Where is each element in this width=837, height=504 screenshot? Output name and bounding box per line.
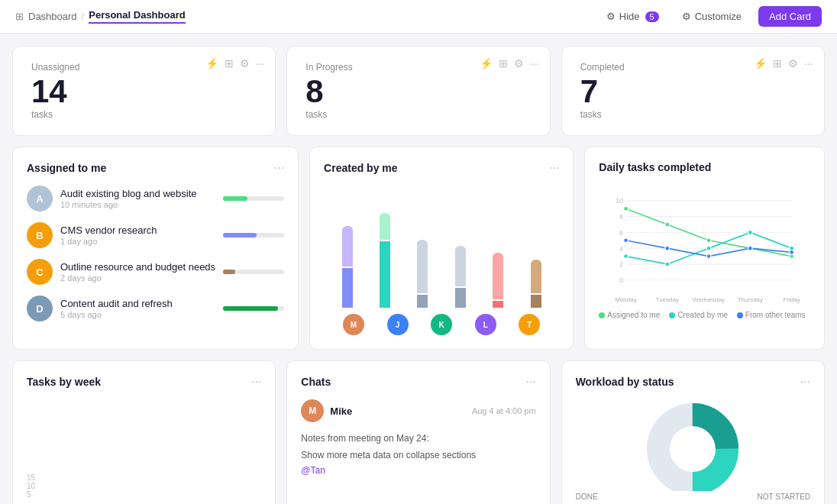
settings-icon[interactable]: ⚙ bbox=[788, 57, 798, 69]
breadcrumb-active: Personal Dashboard bbox=[89, 9, 185, 24]
svg-text:Wednesday: Wednesday bbox=[693, 296, 725, 303]
created-avatar: J bbox=[387, 314, 409, 335]
dashboard-body: ⚡ ⊞ ⚙ ··· Unassigned 14 tasks ⚡ ⊞ ⚙ ··· … bbox=[0, 34, 837, 504]
filter-icon[interactable]: ⚡ bbox=[754, 57, 767, 69]
hide-count-badge: 5 bbox=[645, 11, 659, 22]
assigned-to-me-widget: Assigned to me ··· A Audit existing blog… bbox=[12, 147, 299, 350]
stat-card-controls-2: ⚡ ⊞ ⚙ ··· bbox=[754, 57, 813, 69]
daily-tasks-chart: 0246810MondayTuesdayWednesdayThursdayFri… bbox=[599, 184, 810, 306]
task-info: Content audit and refresh 5 days ago bbox=[60, 298, 215, 319]
created-bar-bottom bbox=[531, 295, 541, 309]
tasks-by-week-title: Tasks by week bbox=[27, 376, 101, 388]
assigned-menu[interactable]: ··· bbox=[274, 161, 284, 175]
stat-label-0: Unassigned bbox=[31, 62, 79, 73]
settings-icon[interactable]: ⚙ bbox=[514, 57, 524, 69]
legend-item: Created by me bbox=[669, 311, 728, 319]
y-axis-label: 15 bbox=[27, 473, 35, 482]
stat-label-1: In Progress bbox=[305, 62, 352, 73]
svg-point-31 bbox=[790, 250, 794, 254]
more-icon[interactable]: ··· bbox=[530, 57, 539, 69]
expand-icon[interactable]: ⊞ bbox=[499, 57, 508, 69]
created-bar-top bbox=[493, 253, 503, 299]
more-icon[interactable]: ··· bbox=[804, 57, 813, 69]
daily-tasks-widget: Daily tasks completed 0246810MondayTuesd… bbox=[584, 147, 825, 350]
task-time: 5 days ago bbox=[60, 310, 215, 319]
chat-meta: Mike Aug 4 at 4:00 pm bbox=[330, 405, 535, 417]
svg-text:10: 10 bbox=[616, 197, 623, 205]
stat-number-1: 8 bbox=[305, 76, 323, 108]
workload-header: Workload by status ··· bbox=[576, 375, 810, 389]
task-progress-fill bbox=[223, 233, 257, 237]
task-info: Audit existing blog and website 10 minut… bbox=[60, 188, 215, 209]
created-bar-group bbox=[331, 201, 363, 308]
created-bar-bottom bbox=[380, 241, 390, 309]
chats-menu[interactable]: ··· bbox=[525, 375, 535, 389]
filter-icon: ⚙ bbox=[606, 11, 616, 22]
workload-pie-chart bbox=[624, 399, 761, 491]
expand-icon[interactable]: ⊞ bbox=[225, 57, 234, 69]
stat-completed: ⚡ ⊞ ⚙ ··· Completed 7 tasks bbox=[561, 46, 825, 136]
created-by-me-widget: Created by me ··· MJKLT bbox=[309, 147, 574, 350]
svg-text:4: 4 bbox=[619, 245, 623, 253]
workload-pie-container: DONE NOT STARTED bbox=[576, 399, 810, 501]
created-bar-group bbox=[483, 201, 514, 308]
created-bar-chart bbox=[324, 186, 559, 308]
created-bar-top bbox=[342, 226, 353, 267]
tasks-by-week-menu[interactable]: ··· bbox=[251, 375, 261, 389]
filter-icon[interactable]: ⚡ bbox=[480, 57, 493, 69]
svg-point-25 bbox=[748, 231, 753, 235]
stat-number-0: 14 bbox=[31, 76, 67, 108]
chat-text2: Show more meta data on collapse sections bbox=[301, 448, 535, 462]
chats-widget: Chats ··· M Mike Aug 4 at 4:00 pm Notes … bbox=[286, 360, 550, 504]
week-bars-container bbox=[43, 399, 61, 499]
customize-button[interactable]: ⚙ Customize bbox=[676, 8, 748, 25]
task-name: Outline resource and budget needs bbox=[60, 261, 215, 273]
breadcrumb-dashboard[interactable]: Dashboard bbox=[28, 11, 77, 22]
chart-legend: Assigned to meCreated by meFrom other te… bbox=[599, 311, 810, 319]
legend-dot bbox=[737, 312, 743, 318]
add-card-button[interactable]: Add Card bbox=[758, 6, 822, 27]
created-bar-bottom bbox=[342, 268, 353, 309]
legend-label: Created by me bbox=[677, 311, 728, 319]
hide-button[interactable]: ⚙ Hide 5 bbox=[600, 8, 665, 25]
task-progress-fill bbox=[223, 306, 278, 311]
tasks-by-week-header: Tasks by week ··· bbox=[27, 375, 261, 389]
settings-icon[interactable]: ⚙ bbox=[240, 57, 250, 69]
created-menu[interactable]: ··· bbox=[549, 161, 559, 175]
svg-point-27 bbox=[624, 238, 629, 243]
workload-menu[interactable]: ··· bbox=[800, 375, 810, 389]
chat-message: M Mike Aug 4 at 4:00 pm Notes from meeti… bbox=[301, 399, 535, 476]
y-axis-label: 5 bbox=[27, 490, 35, 499]
chat-mention[interactable]: @Tan bbox=[301, 465, 535, 476]
task-progress-fill bbox=[223, 270, 235, 274]
task-progress-bar bbox=[223, 196, 284, 201]
svg-text:6: 6 bbox=[619, 229, 623, 237]
task-avatar: C bbox=[27, 259, 53, 285]
svg-text:8: 8 bbox=[619, 213, 623, 221]
workload-widget: Workload by status ··· DONE NOT STARTED bbox=[561, 360, 825, 504]
chats-title: Chats bbox=[301, 376, 331, 388]
svg-point-17 bbox=[624, 206, 629, 211]
svg-point-29 bbox=[706, 254, 711, 259]
svg-point-30 bbox=[748, 246, 753, 250]
daily-tasks-title: Daily tasks completed bbox=[599, 161, 711, 173]
expand-icon[interactable]: ⊞ bbox=[773, 57, 782, 69]
dashboard-icon: ⊞ bbox=[15, 11, 24, 22]
chat-avatar: M bbox=[301, 399, 324, 422]
created-bar-top bbox=[455, 246, 466, 286]
assigned-header: Assigned to me ··· bbox=[27, 161, 284, 175]
more-icon[interactable]: ··· bbox=[256, 57, 265, 69]
created-bar-top bbox=[531, 260, 541, 293]
task-item: D Content audit and refresh 5 days ago bbox=[27, 296, 284, 321]
created-bar-bottom bbox=[455, 288, 466, 308]
svg-point-24 bbox=[706, 246, 711, 250]
created-bar-group bbox=[444, 201, 476, 308]
filter-icon[interactable]: ⚡ bbox=[205, 57, 218, 69]
assigned-title: Assigned to me bbox=[27, 162, 106, 174]
created-bar-bottom bbox=[417, 295, 428, 309]
created-bar-top bbox=[417, 240, 428, 293]
stat-unit-1: tasks bbox=[305, 109, 327, 120]
chat-header: M Mike Aug 4 at 4:00 pm bbox=[301, 399, 535, 422]
svg-text:0: 0 bbox=[619, 276, 623, 284]
breadcrumb: ⊞ Dashboard / Personal Dashboard bbox=[15, 9, 186, 24]
